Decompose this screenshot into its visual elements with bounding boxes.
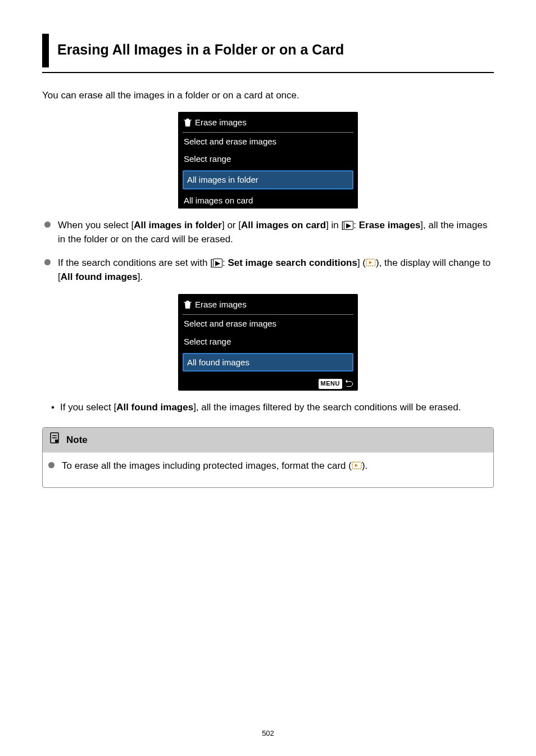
link-icon[interactable] [366,258,376,267]
page-title: Erasing All Images in a Folder or on a C… [57,34,494,67]
body-bullet: If the search conditions are set with [▶… [42,256,494,284]
dialog-item: All images on card [178,192,358,209]
camera-dialog-folder: Erase images Select and erase images Sel… [178,112,358,209]
dialog-item: Select and erase images [178,315,358,333]
note-header: Note [43,428,493,452]
dialog-item: Select range [178,333,358,351]
dialog-title-row: Erase images [178,112,358,132]
note-bullet: To erase all the images including protec… [46,459,490,473]
dialog-footer: MENU ⮌ [178,374,358,391]
note-box: Note To erase all the images including p… [42,427,494,488]
dialog-item-selected: All images in folder [183,170,353,189]
svg-rect-4 [55,440,58,442]
back-icon: ⮌ [344,377,353,390]
page-number: 502 [0,728,536,739]
camera-dialog-found: Erase images Select and erase images Sel… [178,294,358,391]
note-icon [49,432,60,448]
dialog-title: Erase images [195,116,247,129]
play-icon: ▶ [344,221,353,230]
play-icon: ▶ [213,259,222,268]
dialog-item: Select and erase images [178,133,358,151]
sub-bullet: If you select [All found images], all th… [52,401,494,415]
trash-icon [184,300,192,309]
body-bullet: When you select [All images in folder] o… [42,219,494,246]
dialog-title-row: Erase images [178,294,358,314]
menu-badge: MENU [319,379,342,389]
note-title: Note [66,433,88,447]
trash-icon [184,118,192,127]
heading-rule [42,72,494,73]
intro-text: You can erase all the images in a folder… [42,89,494,103]
link-icon[interactable] [352,461,362,470]
dialog-title: Erase images [195,298,247,311]
dialog-item: Select range [178,150,358,168]
dialog-item-selected: All found images [183,353,353,372]
